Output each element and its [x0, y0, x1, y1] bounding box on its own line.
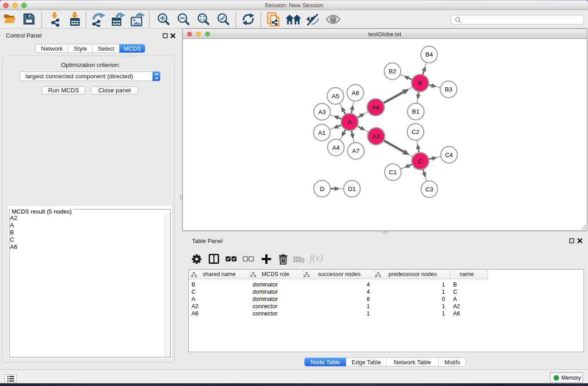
- svg-text:A8: A8: [352, 90, 359, 96]
- svg-text:B1: B1: [412, 108, 420, 115]
- svg-text:B: B: [418, 80, 422, 86]
- svg-text:C: C: [418, 158, 423, 165]
- svg-text:B4: B4: [425, 51, 433, 58]
- svg-text:B2: B2: [389, 68, 397, 75]
- svg-text:B3: B3: [445, 86, 453, 93]
- svg-text:A6: A6: [372, 104, 380, 111]
- svg-text:A5: A5: [332, 93, 339, 100]
- svg-text:A1: A1: [318, 129, 326, 136]
- svg-text:A7: A7: [352, 148, 360, 154]
- svg-text:C3: C3: [425, 186, 433, 193]
- svg-text:A3: A3: [318, 109, 326, 115]
- svg-text:C2: C2: [411, 129, 419, 135]
- svg-text:A: A: [348, 119, 352, 125]
- svg-text:D: D: [320, 186, 325, 192]
- svg-text:D1: D1: [348, 186, 356, 192]
- svg-text:A4: A4: [332, 144, 340, 151]
- svg-text:C4: C4: [445, 152, 453, 158]
- svg-text:A2: A2: [373, 133, 380, 140]
- svg-text:C1: C1: [389, 169, 397, 176]
